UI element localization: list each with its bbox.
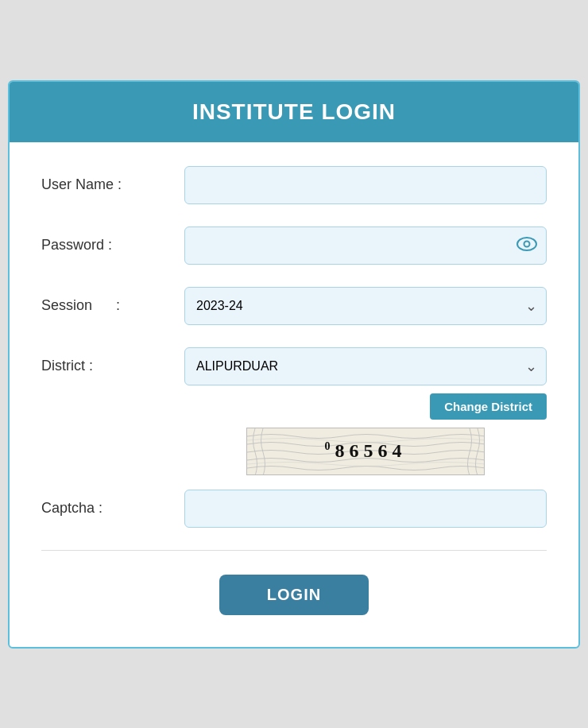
login-button[interactable]: LOGIN (219, 575, 369, 615)
captcha-image: 086564 (246, 428, 485, 475)
captcha-input[interactable] (184, 490, 547, 528)
district-top-row: District : ALIPURDUAR BANKURA BIRBHUM CO… (41, 347, 547, 385)
username-label: User Name : (41, 176, 184, 193)
session-row: Session : 2023-24 2022-23 2021-22 ⌄ (41, 287, 547, 325)
change-district-button[interactable]: Change District (430, 393, 547, 420)
toggle-password-icon[interactable] (516, 235, 537, 256)
card-header: INSTITUTE LOGIN (10, 82, 578, 142)
password-wrapper (184, 227, 547, 265)
session-select[interactable]: 2023-24 2022-23 2021-22 (184, 287, 547, 325)
captcha-row: Captcha : (41, 490, 547, 528)
captcha-label: Captcha : (41, 500, 184, 517)
district-label: District : (41, 358, 184, 374)
svg-point-0 (517, 238, 536, 250)
login-btn-row: LOGIN (41, 575, 547, 615)
change-district-btn-row: Change District (41, 393, 547, 420)
card-body: User Name : Password : Session (10, 142, 578, 647)
password-input[interactable] (184, 227, 547, 265)
divider (41, 550, 547, 551)
captcha-image-row: 086564 (41, 428, 547, 475)
district-select[interactable]: ALIPURDUAR BANKURA BIRBHUM COOCH BEHAR (184, 347, 547, 385)
session-select-wrapper: 2023-24 2022-23 2021-22 ⌄ (184, 287, 547, 325)
district-select-wrapper: ALIPURDUAR BANKURA BIRBHUM COOCH BEHAR ⌄ (184, 347, 547, 385)
captcha-text: 086564 (325, 440, 407, 462)
svg-point-1 (524, 241, 530, 246)
password-label: Password : (41, 237, 184, 254)
password-row: Password : (41, 227, 547, 265)
login-card: INSTITUTE LOGIN User Name : Password : (8, 80, 580, 649)
session-label: Session : (41, 297, 184, 314)
district-section: District : ALIPURDUAR BANKURA BIRBHUM CO… (41, 347, 547, 420)
username-input[interactable] (184, 166, 547, 204)
username-row: User Name : (41, 166, 547, 204)
page-title: INSTITUTE LOGIN (25, 99, 563, 125)
